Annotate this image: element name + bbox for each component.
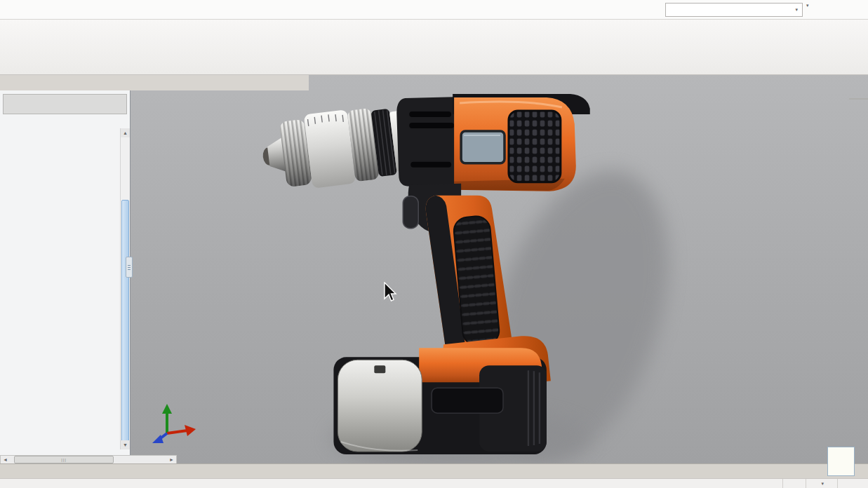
title-bar: ▾ ▾ xyxy=(0,0,868,20)
status-tag-icon xyxy=(849,480,857,488)
triad-y-axis xyxy=(162,404,172,433)
tree-vertical-scrollbar[interactable]: ▲ ▼ xyxy=(120,128,130,449)
triad-x-axis xyxy=(167,425,196,436)
scroll-left-icon[interactable]: ◄ xyxy=(1,457,10,462)
manager-pane-tabs xyxy=(3,94,127,114)
triad-z-axis xyxy=(152,433,167,443)
pin-icon[interactable] xyxy=(261,4,273,15)
status-bar: ▾ xyxy=(0,478,868,488)
mouse-cursor xyxy=(383,282,399,303)
search-scope-icon[interactable] xyxy=(668,5,678,15)
command-tabs-background xyxy=(0,75,309,90)
scroll-up-icon[interactable]: ▲ xyxy=(121,128,130,137)
horizontal-scrollbar-thumb[interactable]: ||| xyxy=(14,456,114,463)
orientation-triad xyxy=(144,400,207,449)
command-manager-ribbon xyxy=(0,19,868,75)
help-dropdown-caret: ▾ xyxy=(806,3,809,8)
document-tab-bar xyxy=(0,463,868,479)
search-bar: ▾ xyxy=(665,3,803,17)
feature-manager-panel: ▲ ▼ xyxy=(0,90,131,455)
search-dropdown-caret[interactable]: ▾ xyxy=(795,7,798,13)
status-units-selector[interactable]: ▾ xyxy=(806,479,837,488)
tree-scrollbar-thumb[interactable] xyxy=(121,200,129,443)
search-magnifier-icon[interactable] xyxy=(784,5,794,15)
help-menu[interactable]: ▾ xyxy=(806,3,811,8)
filter-funnel-icon[interactable] xyxy=(2,116,12,126)
task-pane xyxy=(849,98,868,100)
status-tag[interactable] xyxy=(837,479,868,488)
tutorial-watermark xyxy=(827,447,855,476)
search-input[interactable] xyxy=(678,5,784,15)
panel-splitter-handle[interactable] xyxy=(126,257,133,278)
units-dropdown-caret: ▾ xyxy=(821,481,824,487)
status-mode xyxy=(782,479,806,488)
scroll-right-icon[interactable]: ► xyxy=(167,457,176,462)
scroll-down-icon[interactable]: ▼ xyxy=(121,440,130,449)
tree-filter-row xyxy=(0,114,130,128)
feature-tree xyxy=(0,128,121,449)
